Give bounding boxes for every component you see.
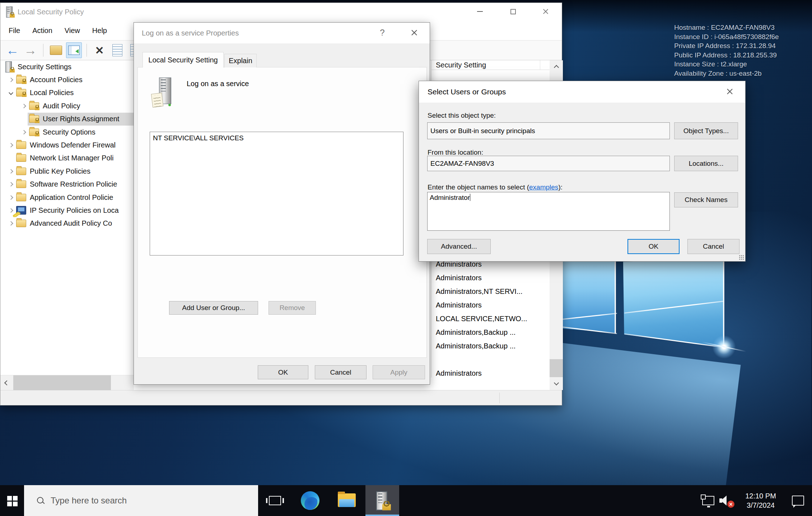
security-setting-cell[interactable]: Administrators,Backup ... bbox=[431, 325, 550, 339]
task-view-button[interactable] bbox=[264, 485, 286, 516]
tree-item-label: Local Policies bbox=[30, 89, 74, 97]
security-setting-cell[interactable]: Administrators bbox=[431, 366, 550, 380]
tree-item[interactable]: Software Restriction Policie bbox=[0, 178, 134, 191]
tab-local-security-setting[interactable]: Local Security Setting bbox=[143, 52, 224, 67]
tree-item[interactable]: Security Settings bbox=[0, 60, 134, 73]
folder-lock-icon bbox=[16, 76, 26, 84]
taskbar-search[interactable] bbox=[24, 485, 258, 516]
expander-icon[interactable] bbox=[5, 153, 16, 164]
expander-icon[interactable] bbox=[18, 100, 29, 111]
delete-icon[interactable] bbox=[92, 42, 107, 58]
export-folder-icon[interactable] bbox=[48, 42, 64, 58]
tree-item[interactable]: Account Policies bbox=[0, 73, 134, 86]
dialog-titlebar[interactable]: Select Users or Groups bbox=[419, 81, 745, 103]
forward-icon[interactable] bbox=[23, 42, 38, 58]
help-button[interactable]: ? bbox=[372, 23, 393, 43]
security-setting-cell[interactable]: Administrators,NT SERVI... bbox=[431, 285, 550, 298]
column-header-label: Security Setting bbox=[436, 61, 486, 69]
tree-item[interactable]: Local Policies bbox=[0, 86, 134, 99]
members-listbox[interactable]: NT SERVICE\ALL SERVICES bbox=[150, 132, 403, 255]
expander-icon[interactable] bbox=[5, 140, 16, 151]
location-field[interactable]: EC2AMAZ-FAN98V3 bbox=[427, 156, 670, 171]
network-icon[interactable] bbox=[702, 496, 714, 505]
apply-button[interactable]: Apply bbox=[373, 365, 425, 379]
security-setting-cell[interactable] bbox=[431, 353, 550, 366]
edge-button[interactable] bbox=[299, 485, 321, 516]
locations-button[interactable]: Locations... bbox=[674, 156, 738, 171]
expander-icon[interactable] bbox=[5, 166, 16, 177]
remove-button[interactable]: Remove bbox=[269, 301, 316, 315]
tree-horizontal-scrollbar[interactable] bbox=[0, 375, 134, 390]
security-setting-column-header[interactable]: Security Setting bbox=[431, 60, 550, 70]
member-entry[interactable]: NT SERVICE\ALL SERVICES bbox=[153, 134, 400, 142]
tree-item[interactable]: Network List Manager Poli bbox=[0, 152, 134, 165]
add-user-or-group-button[interactable]: Add User or Group... bbox=[169, 301, 258, 315]
security-setting-cell[interactable]: Administrators,Backup ... bbox=[431, 339, 550, 353]
tree-item[interactable]: Windows Defender Firewal bbox=[0, 139, 134, 151]
close-icon[interactable] bbox=[402, 23, 427, 43]
expander-icon[interactable] bbox=[18, 114, 29, 125]
expander-icon[interactable] bbox=[5, 192, 16, 203]
menu-item[interactable]: Action bbox=[26, 27, 59, 35]
scrollbar-thumb[interactable] bbox=[550, 359, 563, 377]
resize-grip[interactable] bbox=[739, 255, 744, 260]
security-setting-cell[interactable]: Administrators bbox=[431, 271, 550, 285]
file-explorer-button[interactable] bbox=[336, 485, 358, 516]
expander-icon[interactable] bbox=[5, 179, 16, 190]
tree-item[interactable]: Application Control Policie bbox=[0, 191, 134, 204]
object-names-input[interactable]: Administrator bbox=[427, 192, 670, 231]
properties-icon[interactable] bbox=[109, 42, 125, 58]
system-tray: ✕ 12:10 PM 3/7/2024 bbox=[702, 485, 812, 516]
advanced-button[interactable]: Advanced... bbox=[427, 239, 491, 254]
action-center-icon[interactable] bbox=[792, 496, 804, 506]
tree-item[interactable]: User Rights Assignment bbox=[0, 113, 134, 126]
expander-icon[interactable] bbox=[5, 75, 16, 85]
ok-button[interactable]: OK bbox=[627, 239, 680, 254]
start-button[interactable] bbox=[0, 485, 24, 516]
scroll-up-arrow-icon[interactable] bbox=[550, 60, 563, 73]
expander-icon[interactable] bbox=[5, 88, 16, 98]
window-title: Local Security Policy bbox=[18, 8, 84, 16]
tree-item[interactable]: Advanced Audit Policy Co bbox=[0, 217, 134, 230]
menu-item[interactable]: Help bbox=[86, 27, 113, 35]
show-hide-console-tree-icon[interactable] bbox=[66, 42, 82, 58]
folder-icon bbox=[16, 154, 26, 162]
security-setting-cell[interactable]: LOCAL SERVICE,NETWO... bbox=[431, 312, 550, 325]
toolbar-separator bbox=[43, 44, 43, 57]
expander-icon[interactable] bbox=[5, 205, 16, 216]
wallpaper-starburst bbox=[712, 335, 736, 359]
menu-item[interactable]: View bbox=[59, 27, 86, 35]
tree-item[interactable]: Security Options bbox=[0, 126, 134, 139]
search-input[interactable] bbox=[51, 496, 237, 506]
expander-icon[interactable] bbox=[18, 127, 29, 137]
taskbar-clock[interactable]: 12:10 PM 3/7/2024 bbox=[739, 491, 782, 510]
object-type-field[interactable]: Users or Built-in security principals bbox=[427, 122, 670, 139]
scroll-left-arrow-icon[interactable] bbox=[0, 375, 13, 390]
volume-muted-icon[interactable]: ✕ bbox=[719, 495, 734, 506]
close-icon[interactable] bbox=[718, 81, 742, 102]
status-bar bbox=[0, 390, 562, 405]
security-setting-cell[interactable]: Administrators bbox=[431, 298, 550, 312]
minimize-button[interactable] bbox=[468, 3, 491, 20]
tree-item[interactable]: Public Key Policies bbox=[0, 165, 134, 178]
maximize-button[interactable] bbox=[501, 3, 524, 20]
tab-explain[interactable]: Explain bbox=[224, 54, 257, 67]
local-security-policy-icon bbox=[375, 492, 390, 510]
menu-item[interactable]: File bbox=[3, 27, 26, 35]
scroll-down-arrow-icon[interactable] bbox=[550, 377, 563, 390]
cancel-button[interactable]: Cancel bbox=[687, 239, 739, 254]
local-security-policy-taskbar-button[interactable] bbox=[365, 485, 399, 516]
close-button[interactable] bbox=[534, 3, 557, 20]
cancel-button[interactable]: Cancel bbox=[315, 365, 367, 379]
check-names-button[interactable]: Check Names bbox=[674, 192, 738, 207]
object-types-button[interactable]: Object Types... bbox=[674, 122, 738, 139]
scrollbar-thumb[interactable] bbox=[13, 375, 111, 390]
back-icon[interactable] bbox=[5, 42, 20, 58]
tree-item[interactable]: IP Security Policies on Loca bbox=[0, 204, 134, 217]
examples-link[interactable]: examples bbox=[529, 183, 558, 191]
ec2-info-line: Instance Size : t2.xlarge bbox=[674, 60, 779, 69]
tree-item[interactable]: Audit Policy bbox=[0, 99, 134, 112]
ok-button[interactable]: OK bbox=[258, 365, 308, 379]
task-view-icon bbox=[269, 496, 281, 505]
expander-icon[interactable] bbox=[5, 218, 16, 229]
